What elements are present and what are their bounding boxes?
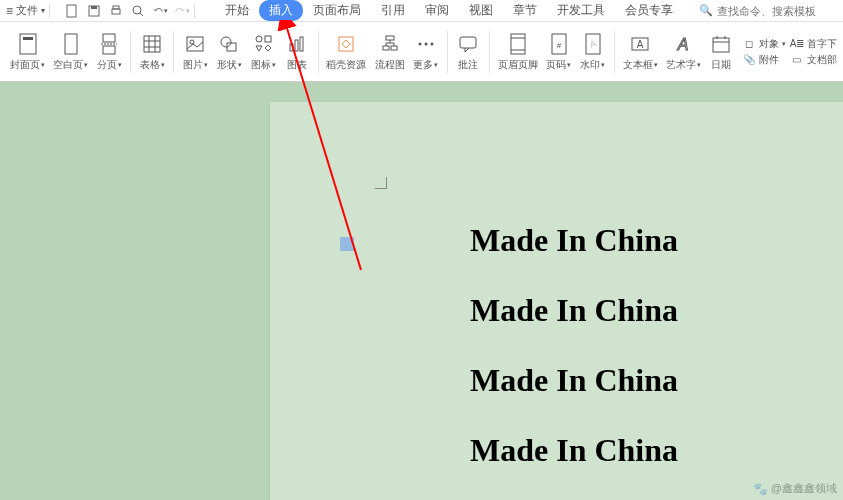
document-area[interactable]: Made In China Made In China Made In Chin… [0, 82, 843, 500]
svg-point-20 [221, 37, 231, 47]
svg-rect-13 [144, 36, 160, 52]
shape-icon [217, 32, 241, 56]
svg-rect-8 [23, 37, 33, 40]
table-icon [140, 32, 164, 56]
blank-page-icon [59, 32, 83, 56]
svg-rect-0 [67, 5, 76, 17]
paragraph-anchor-icon [340, 237, 354, 251]
tab-sections[interactable]: 章节 [503, 0, 547, 22]
cover-page-button[interactable]: 封面页▾ [6, 32, 49, 72]
ribbon-right-column: ◻对象▾ 📎附件 [742, 37, 786, 67]
date-button[interactable]: 日期 [705, 32, 738, 72]
header-footer-button[interactable]: 页眉页脚 [494, 32, 541, 72]
svg-rect-27 [339, 37, 353, 51]
search-icon: 🔍 [699, 4, 713, 17]
tab-developer[interactable]: 开发工具 [547, 0, 615, 22]
svg-text:#: # [556, 41, 561, 50]
svg-text:A: A [637, 39, 644, 50]
svg-point-32 [424, 42, 427, 45]
tab-view[interactable]: 视图 [459, 0, 503, 22]
tab-start[interactable]: 开始 [215, 0, 259, 22]
blank-page-button[interactable]: 空白页▾ [49, 32, 92, 72]
object-button[interactable]: ◻对象▾ [742, 37, 786, 51]
tab-references[interactable]: 引用 [371, 0, 415, 22]
undo-icon[interactable]: ▾ [152, 3, 168, 19]
picture-icon [183, 32, 207, 56]
separator [614, 31, 615, 73]
image-watermark: 🐾 @鑫鑫鑫领域 [753, 481, 837, 496]
title-bar: ≡ 文件 ▾ ▾ ▾ 开始 插入 页面布局 引用 审阅 视图 章节 开发工具 会… [0, 0, 843, 22]
chart-icon [285, 32, 309, 56]
date-icon [709, 32, 733, 56]
textbox-icon: A [628, 32, 652, 56]
separator [318, 31, 319, 73]
comment-button[interactable]: 批注 [452, 32, 485, 72]
flowchart-button[interactable]: 流程图 [370, 32, 409, 72]
more-button[interactable]: 更多▾ [409, 32, 443, 72]
wordart-icon: A [671, 32, 695, 56]
svg-rect-9 [65, 34, 77, 54]
svg-rect-45 [713, 38, 729, 52]
file-menu-label: 文件 [16, 3, 38, 18]
resource-button[interactable]: 稻壳资源 [323, 32, 370, 72]
tab-insert[interactable]: 插入 [259, 0, 303, 21]
tab-review[interactable]: 审阅 [415, 0, 459, 22]
dropcap-button[interactable]: A≣首字下 [790, 37, 837, 51]
svg-rect-29 [383, 46, 389, 50]
tab-vip[interactable]: 会员专享 [615, 0, 683, 22]
svg-rect-28 [386, 36, 394, 40]
quick-access-toolbar: ▾ ▾ [64, 3, 190, 19]
page-break-button[interactable]: 分页▾ [92, 32, 126, 72]
search-input[interactable] [717, 5, 837, 17]
document-text-line[interactable]: Made In China [470, 362, 678, 399]
chevron-down-icon: ▾ [41, 6, 45, 15]
svg-rect-21 [227, 43, 236, 51]
document-text-line[interactable]: Made In China [470, 292, 678, 329]
shape-button[interactable]: 形状▾ [212, 32, 246, 72]
attachment-button[interactable]: 📎附件 [742, 53, 786, 67]
margin-corner-mark [375, 177, 387, 189]
separator [194, 4, 195, 18]
svg-rect-24 [290, 44, 293, 51]
ribbon-right-column-2: A≣首字下 ▭文档部 [790, 37, 837, 67]
icons-button[interactable]: 图标▾ [246, 32, 280, 72]
separator [130, 31, 131, 73]
svg-point-5 [133, 6, 141, 14]
table-button[interactable]: 表格▾ [135, 32, 169, 72]
svg-point-19 [190, 40, 194, 44]
chart-button[interactable]: 图表 [281, 32, 314, 72]
document-text-line[interactable]: Made In China [470, 432, 678, 469]
page-number-button[interactable]: # 页码▾ [541, 32, 575, 72]
ribbon: 封面页▾ 空白页▾ 分页▾ 表格▾ 图片▾ 形状▾ 图标▾ 图表 稻壳资源 流程… [0, 22, 843, 82]
tab-layout[interactable]: 页面布局 [303, 0, 371, 22]
svg-rect-23 [265, 36, 271, 42]
preview-icon[interactable] [130, 3, 146, 19]
separator [173, 31, 174, 73]
svg-rect-30 [391, 46, 397, 50]
page-break-icon [97, 32, 121, 56]
icons-icon [252, 32, 276, 56]
docpart-icon: ▭ [790, 53, 804, 67]
save-icon[interactable] [86, 3, 102, 19]
svg-rect-10 [103, 34, 115, 42]
svg-text:A: A [588, 38, 597, 49]
header-footer-icon [506, 32, 530, 56]
docpart-button[interactable]: ▭文档部 [790, 53, 837, 67]
document-text-line[interactable]: Made In China [470, 222, 678, 259]
wordart-button[interactable]: A 艺术字▾ [662, 32, 705, 72]
new-doc-icon[interactable] [64, 3, 80, 19]
print-icon[interactable] [108, 3, 124, 19]
redo-icon[interactable]: ▾ [174, 3, 190, 19]
separator [447, 31, 448, 73]
cover-page-icon [16, 32, 40, 56]
document-page[interactable]: Made In China Made In China Made In Chin… [270, 102, 843, 500]
watermark-button[interactable]: A 水印▾ [576, 32, 610, 72]
search-box[interactable]: 🔍 [699, 4, 837, 17]
svg-rect-2 [91, 6, 97, 9]
textbox-button[interactable]: A 文本框▾ [619, 32, 662, 72]
svg-rect-26 [300, 37, 303, 51]
svg-point-31 [418, 42, 421, 45]
file-menu[interactable]: ≡ 文件 ▾ [6, 3, 45, 18]
more-icon [414, 32, 438, 56]
picture-button[interactable]: 图片▾ [178, 32, 212, 72]
